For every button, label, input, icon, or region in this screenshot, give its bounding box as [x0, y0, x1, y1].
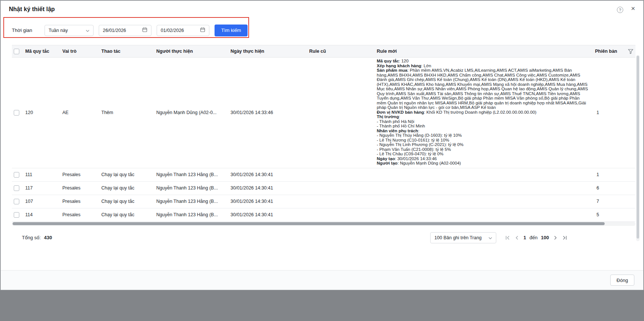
calendar-icon — [200, 27, 205, 33]
chevron-down-icon — [488, 235, 492, 240]
cell-rule-code: 114 — [25, 212, 62, 217]
row-checkbox-cell — [12, 110, 25, 116]
cell-date: 30/01/2026 14:30:41 — [231, 172, 309, 177]
table-row[interactable]: 107PresalesChạy lại quy tắcNguyễn Thanh … — [12, 195, 635, 208]
cell-date: 30/01/2026 14:33:46 — [231, 110, 309, 115]
date-from-value: 26/01/2026 — [103, 28, 126, 33]
horizontal-scrollbar[interactable] — [12, 222, 635, 226]
header-rule-old: Rule cũ — [309, 49, 377, 54]
cell-action: Chạy lại quy tắc — [101, 199, 156, 204]
date-from-input[interactable]: 26/01/2026 — [99, 25, 151, 36]
close-icon[interactable]: × — [631, 5, 635, 12]
table-header: Mã quy tắc Vai trò Thao tác Người thực h… — [12, 45, 635, 58]
horizontal-scrollbar-thumb[interactable] — [13, 222, 605, 225]
cell-date: 30/01/2026 14:30:41 — [231, 212, 309, 217]
range-separator: đến — [530, 235, 538, 240]
cell-rule-new — [377, 208, 592, 212]
range-start: 1 — [523, 235, 526, 240]
cell-rule-new — [377, 195, 592, 198]
cell-version: 7 — [592, 199, 625, 204]
dialog-title: Nhật ký thiết lập — [9, 6, 55, 12]
cell-role: Presales — [62, 185, 101, 191]
period-select[interactable]: Tuần này — [45, 25, 94, 36]
header-checkbox-cell — [12, 49, 25, 54]
table-row[interactable]: 114PresalesChạy lại quy tắcNguyễn Thanh … — [12, 208, 635, 222]
cell-role: Presales — [62, 172, 101, 177]
period-select-value: Tuần này — [49, 28, 68, 33]
header-rule-code: Mã quy tắc — [25, 49, 62, 54]
row-checkbox-cell — [12, 212, 25, 218]
page-size-value: 100 Bản ghi trên Trang — [434, 235, 481, 240]
pager: 1 đến 100 — [505, 235, 567, 240]
cell-role: Presales — [62, 199, 101, 204]
row-checkbox[interactable] — [14, 110, 19, 116]
cell-rule-new — [377, 182, 592, 185]
cell-version: 1 — [592, 110, 625, 115]
row-checkbox[interactable] — [14, 212, 19, 218]
range-end: 100 — [541, 235, 549, 240]
filter-label: Thời gian — [12, 27, 39, 33]
close-button[interactable]: Đóng — [610, 275, 634, 286]
cell-version: 1 — [592, 172, 625, 177]
total-label: Tổng số: — [22, 235, 41, 240]
first-page-icon[interactable] — [505, 236, 510, 240]
row-checkbox[interactable] — [14, 185, 19, 191]
header-date: Ngày thực hiện — [231, 49, 309, 54]
cell-version: 6 — [592, 185, 625, 191]
cell-rule-new: Mã quy tắc: 120Xếp hạng khách hàng: LớnS… — [377, 58, 592, 168]
dialog-header: Nhật ký thiết lập ? × — [1, 1, 643, 17]
vertical-scrollbar-thumb[interactable] — [637, 56, 639, 239]
table-row[interactable]: 120AEThêmNguyễn Mạnh Dũng (A02-0...30/01… — [12, 58, 635, 168]
header-action: Thao tác — [101, 49, 156, 54]
date-to-value: 01/02/2026 — [161, 28, 184, 33]
row-checkbox-cell — [12, 172, 25, 178]
dialog-footer: Đóng — [1, 270, 643, 290]
cell-actor: Nguyễn Thanh 123 Hằng (B... — [156, 212, 231, 217]
select-all-checkbox[interactable] — [14, 49, 19, 54]
chevron-down-icon — [86, 28, 89, 33]
column-filter-icon[interactable] — [625, 49, 635, 54]
row-checkbox-cell — [12, 199, 25, 204]
row-checkbox[interactable] — [14, 172, 19, 178]
help-icon[interactable]: ? — [617, 7, 623, 13]
row-checkbox[interactable] — [14, 199, 19, 204]
cell-actor: Nguyễn Thanh 123 Hằng (B... — [156, 199, 231, 204]
page-size-select[interactable]: 100 Bản ghi trên Trang — [430, 232, 496, 243]
prev-page-icon[interactable] — [515, 236, 519, 240]
total-value: 430 — [44, 235, 52, 240]
pagination-group: 100 Bản ghi trên Trang 1 đến 100 — [430, 232, 567, 243]
table-row[interactable]: 117PresalesChạy lại quy tắcNguyễn Thanh … — [12, 182, 635, 195]
header-role: Vai trò — [62, 49, 101, 54]
page-range: 1 đến 100 — [523, 235, 549, 240]
header-actor: Người thực hiện — [156, 49, 231, 54]
cell-action: Chạy lại quy tắc — [101, 185, 156, 191]
cell-action: Thêm — [101, 110, 156, 115]
cell-actor: Nguyễn Mạnh Dũng (A02-0... — [156, 110, 231, 115]
setup-log-dialog: Nhật ký thiết lập ? × Thời gian Tuần này… — [0, 0, 644, 290]
date-to-input[interactable]: 01/02/2026 — [157, 25, 209, 36]
cell-role: AE — [62, 110, 101, 115]
cell-action: Chạy lại quy tắc — [101, 212, 156, 217]
cell-version: 5 — [592, 212, 625, 217]
cell-date: 30/01/2026 14:30:41 — [231, 185, 309, 191]
cell-rule-new — [377, 168, 592, 172]
cell-rule-code: 120 — [25, 110, 62, 115]
vertical-scrollbar[interactable] — [636, 55, 640, 241]
last-page-icon[interactable] — [562, 236, 567, 240]
cell-date: 30/01/2026 14:30:41 — [231, 199, 309, 204]
search-button[interactable]: Tìm kiếm — [215, 25, 248, 36]
summary-bar: Tổng số: 430 100 Bản ghi trên Trang 1 đế… — [1, 232, 643, 244]
header-rule-new: Rule mới — [377, 49, 592, 54]
row-checkbox-cell — [12, 185, 25, 191]
cell-action: Chạy lại quy tắc — [101, 172, 156, 177]
cell-rule-code: 117 — [25, 185, 62, 191]
table-row[interactable]: 111PresalesChạy lại quy tắcNguyễn Thanh … — [12, 168, 635, 182]
cell-rule-code: 107 — [25, 199, 62, 204]
cell-actor: Nguyễn Thanh 123 Hằng (B... — [156, 172, 231, 177]
cell-role: Presales — [62, 212, 101, 217]
log-table: Mã quy tắc Vai trò Thao tác Người thực h… — [12, 45, 635, 226]
cell-rule-code: 111 — [25, 172, 62, 177]
next-page-icon[interactable] — [554, 236, 557, 240]
cell-actor: Nguyễn Thanh 123 Hằng (B... — [156, 185, 231, 191]
calendar-icon — [142, 27, 147, 33]
